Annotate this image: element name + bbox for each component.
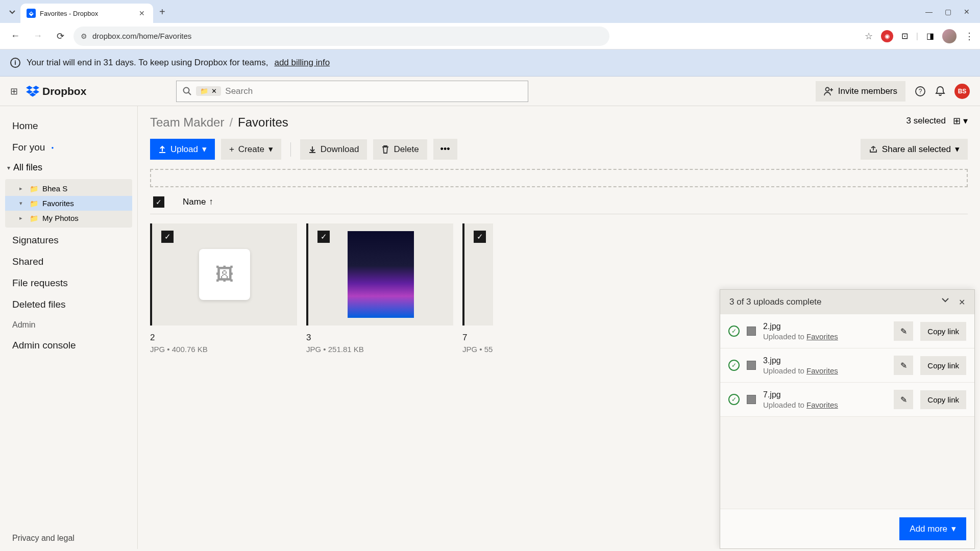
notifications-icon[interactable] xyxy=(935,86,945,97)
chevron-down-icon: ▾ xyxy=(951,523,956,534)
sidebar-item-home[interactable]: Home xyxy=(0,115,137,137)
sidebar-item-shared[interactable]: Shared xyxy=(0,251,137,272)
search-filter-chip[interactable]: 📁 ✕ xyxy=(196,86,221,96)
extension-icon-1[interactable]: ◉ xyxy=(881,30,893,42)
file-name: 7 xyxy=(462,333,493,343)
svg-text:?: ? xyxy=(919,88,922,95)
rename-button[interactable]: ✎ xyxy=(894,356,913,375)
forward-button[interactable]: → xyxy=(29,27,47,45)
browser-menu-button[interactable]: ⋮ xyxy=(965,31,974,42)
chevron-down-icon: ▾ xyxy=(7,164,10,171)
browser-tab[interactable]: ⬙ Favorites - Dropbox ✕ xyxy=(20,4,153,23)
file-card[interactable]: ✓ 🖼 2 JPG • 400.76 KB xyxy=(150,223,297,354)
sidebar-item-admin[interactable]: Admin xyxy=(0,315,137,335)
file-checkbox[interactable]: ✓ xyxy=(317,231,330,243)
svg-point-0 xyxy=(184,87,189,93)
search-icon xyxy=(183,87,192,96)
sidebar-item-admin-console[interactable]: Admin console xyxy=(0,335,137,356)
share-all-button[interactable]: Share all selected ▾ xyxy=(861,139,968,160)
breadcrumb-current: Favorites xyxy=(238,115,288,130)
tree-item-bhea[interactable]: ▸ 📁 Bhea S xyxy=(5,181,132,196)
upload-status-title: 3 of 3 uploads complete xyxy=(729,297,822,307)
chevron-right-icon: ▸ xyxy=(19,215,26,221)
copy-link-button[interactable]: Copy link xyxy=(920,390,966,409)
site-settings-icon[interactable]: ⚙ xyxy=(81,32,87,40)
chevron-down-icon xyxy=(9,8,16,15)
column-header-name[interactable]: Name ↑ xyxy=(183,197,213,207)
sidebar-item-for-you[interactable]: For you xyxy=(0,137,137,158)
upload-icon xyxy=(158,145,166,154)
bookmark-star-icon[interactable]: ☆ xyxy=(865,31,873,42)
tab-list-dropdown[interactable] xyxy=(4,4,20,20)
invite-members-button[interactable]: Invite members xyxy=(816,81,905,102)
upload-item: ✓ 2.jpg Uploaded to Favorites ✎ Copy lin… xyxy=(720,314,974,348)
download-icon xyxy=(308,145,316,154)
drop-zone[interactable] xyxy=(150,169,968,187)
sidebar-item-deleted[interactable]: Deleted files xyxy=(0,294,137,315)
sidebar-privacy-link[interactable]: Privacy and legal xyxy=(0,528,137,549)
collapse-panel-button[interactable] xyxy=(941,297,949,307)
upload-item: ✓ 7.jpg Uploaded to Favorites ✎ Copy lin… xyxy=(720,383,974,417)
download-button[interactable]: Download xyxy=(300,139,368,160)
window-controls: — ▢ ✕ xyxy=(925,8,970,16)
new-tab-button[interactable]: + xyxy=(159,6,165,18)
app-launcher-icon[interactable]: ⊞ xyxy=(10,86,18,97)
sidebar-item-signatures[interactable]: Signatures xyxy=(0,230,137,251)
breadcrumb-root[interactable]: Team Makder xyxy=(150,115,224,130)
tree-item-my-photos[interactable]: ▸ 📁 My Photos xyxy=(5,211,132,226)
folder-icon: 📁 xyxy=(200,87,208,95)
success-check-icon: ✓ xyxy=(728,394,740,405)
close-window-button[interactable]: ✕ xyxy=(964,8,970,16)
url-text: dropbox.com/home/Favorites xyxy=(92,32,191,40)
create-button[interactable]: + Create ▾ xyxy=(221,139,281,160)
dropbox-logo[interactable]: Dropbox xyxy=(26,85,86,97)
copy-link-button[interactable]: Copy link xyxy=(920,322,966,341)
file-checkbox[interactable]: ✓ xyxy=(161,231,174,243)
file-card[interactable]: ✓ 7 JPG • 55 xyxy=(462,223,493,354)
maximize-button[interactable]: ▢ xyxy=(945,8,951,16)
list-header: ✓ Name ↑ xyxy=(150,190,968,214)
content-area: Team Makder / Favorites 3 selected ⊞ ▾ U… xyxy=(138,106,980,549)
sidebar-section-all-files[interactable]: ▾ All files xyxy=(0,158,137,177)
delete-button[interactable]: Delete xyxy=(373,139,427,160)
search-bar[interactable]: 📁 ✕ xyxy=(176,81,528,102)
upload-file-name: 2.jpg xyxy=(763,322,887,331)
add-billing-link[interactable]: add billing info xyxy=(274,58,330,68)
help-icon[interactable]: ? xyxy=(915,86,926,97)
chevron-down-icon: ▾ xyxy=(955,144,960,155)
destination-link[interactable]: Favorites xyxy=(806,332,838,341)
file-meta: JPG • 251.81 KB xyxy=(306,345,453,354)
destination-link[interactable]: Favorites xyxy=(806,400,838,409)
copy-link-button[interactable]: Copy link xyxy=(920,356,966,375)
sidebar-item-file-requests[interactable]: File requests xyxy=(0,272,137,294)
address-bar[interactable]: ⚙ dropbox.com/home/Favorites xyxy=(74,27,609,46)
side-panel-button[interactable]: ◨ xyxy=(926,31,934,41)
user-avatar-badge[interactable]: BS xyxy=(954,84,970,99)
chip-close-icon[interactable]: ✕ xyxy=(211,87,217,95)
tab-close-button[interactable]: ✕ xyxy=(137,8,147,18)
rename-button[interactable]: ✎ xyxy=(894,390,913,409)
search-input[interactable] xyxy=(225,86,522,96)
view-toggle-button[interactable]: ⊞ ▾ xyxy=(953,115,968,127)
profile-avatar[interactable] xyxy=(942,29,957,43)
file-name: 3 xyxy=(306,333,453,343)
select-all-checkbox[interactable]: ✓ xyxy=(153,196,164,208)
add-more-button[interactable]: Add more ▾ xyxy=(899,517,966,540)
destination-link[interactable]: Favorites xyxy=(806,366,838,375)
dropbox-logo-icon xyxy=(26,86,39,97)
close-panel-button[interactable]: ✕ xyxy=(959,297,965,307)
tree-item-favorites[interactable]: ▾ 📁 Favorites xyxy=(5,196,132,211)
reload-button[interactable]: ⟳ xyxy=(51,27,69,45)
breadcrumb: Team Makder / Favorites xyxy=(150,115,968,130)
back-button[interactable]: ← xyxy=(6,27,24,45)
more-actions-button[interactable]: ••• xyxy=(433,139,457,160)
sidebar: Home For you ▾ All files ▸ 📁 Bhea S ▾ 📁 … xyxy=(0,106,138,549)
extensions-button[interactable]: ⊡ xyxy=(901,31,908,41)
file-meta: JPG • 55 xyxy=(462,345,493,354)
minimize-button[interactable]: — xyxy=(925,8,933,16)
upload-button[interactable]: Upload ▾ xyxy=(150,139,215,160)
file-card[interactable]: ✓ 3 JPG • 251.81 KB xyxy=(306,223,453,354)
upload-file-name: 7.jpg xyxy=(763,390,887,399)
file-checkbox[interactable]: ✓ xyxy=(474,231,486,243)
rename-button[interactable]: ✎ xyxy=(894,321,913,341)
